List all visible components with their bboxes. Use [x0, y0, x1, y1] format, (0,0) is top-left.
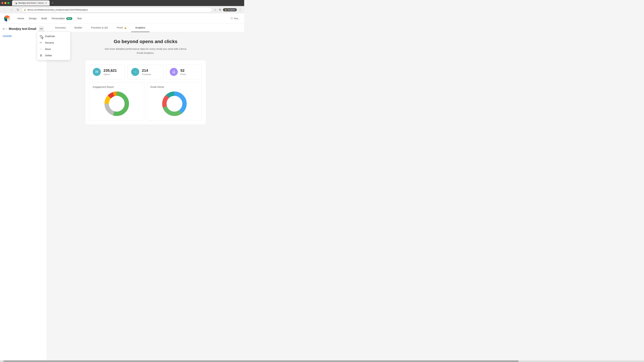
nav-test[interactable]: Test: [75, 15, 84, 21]
app-logo[interactable]: [4, 15, 10, 21]
svg-point-12: [167, 96, 182, 111]
delete-icon: 🗑: [40, 54, 43, 57]
dropdown-menu: ⧉ Duplicate ✏ Rename → Move 🗑 Delete: [37, 31, 70, 60]
proof-lock-icon: 🔒: [124, 27, 126, 29]
engagement-donut-chart: [93, 90, 141, 117]
prints-stat-card: 🖨 52 Prints: [166, 64, 202, 79]
tab-favicon-icon: [15, 2, 17, 4]
tab-proof[interactable]: Proof 🔒: [113, 23, 131, 32]
duplicate-menu-item[interactable]: ⧉ Duplicate: [37, 33, 70, 39]
forwards-stat-card: → 214 Forwards: [128, 64, 163, 79]
horizontal-scrollbar[interactable]: [0, 360, 244, 362]
nav-home[interactable]: Home: [16, 15, 26, 21]
prints-value: 52: [180, 68, 186, 73]
move-icon: →: [40, 48, 43, 51]
analytics-content: Go beyond opens and clicks Get more deta…: [47, 32, 244, 131]
tab-analytics[interactable]: Analytics: [131, 23, 150, 32]
sidebar: ≡→ Moodjoy test Email ••• Unsorted ⧉ Dup…: [0, 23, 47, 362]
nav-actions: ☆ ⧉ 🕵 Incognito ⋮: [213, 7, 242, 12]
engagement-report-title: Engagement Report: [93, 86, 141, 88]
bookmark-button[interactable]: ☆: [213, 7, 217, 12]
move-label: Move: [45, 48, 51, 50]
minimize-window-button[interactable]: [4, 2, 6, 4]
rename-label: Rename: [45, 41, 54, 44]
forwards-icon: →: [131, 68, 139, 76]
forwards-value: 214: [142, 68, 151, 73]
close-window-button[interactable]: [1, 2, 3, 4]
delete-menu-item[interactable]: 🗑 Delete: [37, 52, 70, 59]
help-icon: ⓘ: [230, 17, 233, 20]
duplicate-icon: ⧉: [40, 35, 43, 38]
app-nav: Home Design Build Personalize New Test: [16, 15, 84, 21]
prints-stat-info: 52 Prints: [180, 68, 186, 76]
main-layout: ≡→ Moodjoy test Email ••• Unsorted ⧉ Dup…: [0, 23, 244, 362]
duplicate-label: Duplicate: [45, 35, 55, 37]
nav-bar: ← → ↻ 🔒 litmus.com/folders/unsorted_emai…: [0, 6, 244, 13]
tab-previews-qa[interactable]: Previews & QA: [87, 23, 112, 32]
more-options-button[interactable]: ⋮: [238, 7, 242, 12]
email-clients-donut-chart: [150, 90, 198, 117]
email-clients-card: Email Clients: [147, 82, 202, 121]
split-view-button[interactable]: ⧉: [218, 7, 222, 12]
personalize-new-badge: New: [66, 17, 72, 20]
hero-subtitle: Get more detailed performance data for e…: [102, 47, 189, 55]
forwards-label: Forwards: [142, 73, 151, 76]
opens-stat-card: ✉ 235,621 Opens: [89, 64, 125, 79]
prints-icon: 🖨: [170, 68, 178, 76]
stats-row: ✉ 235,621 Opens → 214 Forwards: [89, 64, 202, 79]
scrollbar-thumb[interactable]: [3, 360, 244, 362]
tab-navigation: Summary Builder Previews & QA Proof 🔒 An…: [47, 23, 244, 32]
engagement-report-card: Engagement Report: [89, 82, 144, 121]
svg-point-6: [109, 96, 124, 111]
close-tab-button[interactable]: ✕: [45, 2, 47, 4]
email-clients-title: Email Clients: [150, 86, 198, 88]
opens-icon: ✉: [93, 68, 101, 76]
maximize-window-button[interactable]: [8, 2, 10, 4]
prints-label: Prints: [180, 73, 186, 76]
forward-button[interactable]: →: [9, 7, 14, 12]
help-label: Res...: [234, 17, 240, 20]
delete-label: Delete: [45, 54, 52, 57]
opens-stat-info: 235,621 Opens: [104, 68, 117, 76]
incognito-label: Incognito: [228, 9, 235, 11]
more-options-button[interactable]: •••: [39, 26, 44, 31]
tab-bar: Moodjoy test Email > Litmus ✕ +: [0, 0, 244, 6]
hero-title: Go beyond opens and clicks: [114, 39, 178, 44]
email-title: Moodjoy test Email: [9, 27, 38, 31]
opens-value: 235,621: [104, 68, 117, 73]
nav-personalize[interactable]: Personalize New: [50, 15, 74, 21]
tab-title: Moodjoy test Email > Litmus: [18, 2, 44, 4]
tab-summary[interactable]: Summary: [51, 23, 70, 32]
incognito-badge: 🕵 Incognito: [223, 8, 237, 11]
sidebar-toggle[interactable]: ≡→ Moodjoy test Email •••: [3, 26, 44, 31]
window-controls: [1, 2, 10, 4]
folder-label[interactable]: Unsorted: [3, 34, 12, 37]
charts-row: Engagement Report: [89, 82, 202, 121]
forwards-stat-info: 214 Forwards: [142, 68, 151, 76]
opens-label: Opens: [104, 73, 117, 76]
rename-icon: ✏: [40, 41, 43, 44]
new-tab-button[interactable]: +: [50, 1, 55, 5]
help-button[interactable]: ⓘ Res...: [230, 17, 240, 20]
app-header: Home Design Build Personalize New Test ⓘ…: [0, 13, 244, 23]
active-tab[interactable]: Moodjoy test Email > Litmus ✕: [12, 0, 50, 6]
menu-toggle-icon: ≡→: [3, 27, 8, 31]
address-bar[interactable]: 🔒 litmus.com/folders/unsorted_emails/ema…: [22, 7, 212, 12]
incognito-icon: 🕵: [224, 9, 227, 11]
tab-builder[interactable]: Builder: [70, 23, 86, 32]
stats-container: ✉ 235,621 Opens → 214 Forwards: [85, 60, 206, 125]
content-area: Summary Builder Previews & QA Proof 🔒 An…: [47, 23, 244, 362]
rename-menu-item[interactable]: ✏ Rename: [37, 39, 70, 46]
browser-chrome: Moodjoy test Email > Litmus ✕ + ← → ↻ 🔒 …: [0, 0, 244, 13]
ellipsis-icon: •••: [40, 27, 43, 30]
secure-lock-icon: 🔒: [24, 9, 26, 11]
url-display: litmus.com/folders/unsorted_emails/email…: [28, 8, 88, 11]
back-button[interactable]: ←: [2, 7, 8, 12]
move-menu-item[interactable]: → Move: [37, 46, 70, 52]
nav-build[interactable]: Build: [40, 15, 49, 21]
nav-design[interactable]: Design: [27, 15, 39, 21]
reload-button[interactable]: ↻: [16, 7, 20, 12]
